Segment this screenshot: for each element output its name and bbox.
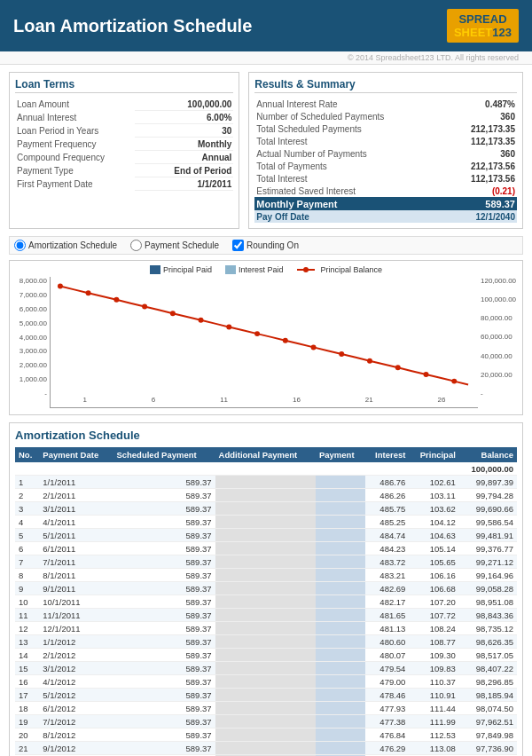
amort-row: 13 1/1/2012 589.37 480.60 108.77 98,626.… [15,635,517,649]
loan-term-row: Annual Interest6.00% [15,111,233,124]
row-scheduled: 589.37 [113,635,215,649]
amort-schedule-option[interactable]: Amortization Schedule [14,240,117,251]
row-scheduled: 589.37 [113,662,215,675]
x-axis-label: 1 [82,396,86,405]
row-interest: 481.65 [365,609,410,622]
options-row: Amortization Schedule Payment Schedule R… [9,236,523,255]
row-balance: 97,849.98 [459,728,517,742]
x-axis-label: 16 [293,396,301,405]
row-date: 3/1/2012 [39,662,113,675]
amort-row: 16 4/1/2012 589.37 479.00 110.37 98,296.… [15,675,517,689]
row-payment [316,728,365,742]
payment-radio[interactable] [130,240,142,251]
row-interest: 482.17 [365,595,410,609]
row-additional [215,622,316,635]
legend-balance-icon [297,265,318,274]
result-value: 589.37 [418,197,517,210]
row-scheduled: 589.37 [113,489,215,502]
row-additional [215,715,316,728]
row-no: 5 [15,529,39,542]
row-date: 1/1/2011 [39,476,113,489]
row-scheduled: 589.37 [113,742,215,755]
result-label: Estimated Saved Interest [254,185,417,197]
chart-legend: Principal Paid Interest Paid Principal B… [14,265,518,274]
amort-row: 6 6/1/2011 589.37 484.23 105.14 99,376.7… [15,542,517,555]
row-additional [215,489,316,502]
rounding-label: Rounding On [246,240,299,250]
amort-row: 12 12/1/2011 589.37 481.13 108.24 98,735… [15,622,517,635]
legend-interest-paid: Interest Paid [225,265,284,274]
row-principal: 104.12 [409,516,458,529]
row-payment [316,635,365,649]
result-value: 112,173.56 [418,172,517,185]
row-scheduled: 589.37 [113,715,215,728]
row-payment [316,609,365,622]
row-additional [215,569,316,582]
row-no: 9 [15,582,39,595]
row-additional [215,555,316,569]
row-principal: 102.61 [409,476,458,489]
row-principal: 103.62 [409,502,458,516]
row-principal: 108.77 [409,635,458,649]
amort-row: 20 8/1/2012 589.37 476.84 112.53 97,849.… [15,728,517,742]
main-content: Loan Terms Loan Amount100,000.00Annual I… [0,65,532,756]
row-principal: 111.99 [409,715,458,728]
amort-radio[interactable] [14,240,26,251]
summary-panels: Loan Terms Loan Amount100,000.00Annual I… [9,72,523,229]
row-principal: 110.91 [409,689,458,702]
row-no: 20 [15,728,39,742]
x-axis-label: 11 [220,396,228,405]
row-date: 2/1/2011 [39,489,113,502]
row-interest: 477.38 [365,715,410,728]
y-right-label: 20,000.00 [481,371,512,379]
row-scheduled: 589.37 [113,582,215,595]
row-scheduled: 589.37 [113,516,215,529]
result-row: Monthly Payment589.37 [254,197,517,210]
row-scheduled: 589.37 [113,476,215,489]
logo: SPREAD SHEET123 [447,9,519,43]
row-balance: 99,586.54 [459,516,517,529]
row-balance: 98,296.85 [459,675,517,689]
loan-terms-panel: Loan Terms Loan Amount100,000.00Annual I… [9,72,239,229]
row-scheduled: 589.37 [113,555,215,569]
result-label: Annual Interest Rate [254,98,417,110]
result-label: Total Interest [254,172,417,185]
result-label: Pay Off Date [254,210,417,223]
result-label: Monthly Payment [254,197,417,210]
row-principal: 108.24 [409,622,458,635]
row-interest: 483.21 [365,569,410,582]
row-scheduled: 589.37 [113,609,215,622]
payment-schedule-option[interactable]: Payment Schedule [130,240,219,251]
amort-section: Amortization Schedule No.Payment DateSch… [9,422,523,756]
row-payment [316,516,365,529]
row-scheduled: 589.37 [113,649,215,662]
amort-header-interest: Interest [365,447,410,462]
result-row: Estimated Saved Interest(0.21) [254,185,517,197]
row-payment [316,502,365,516]
rounding-checkbox[interactable] [232,240,244,251]
row-date: 12/1/2011 [39,622,113,635]
row-date: 8/1/2012 [39,728,113,742]
amort-schedule-label: Amortization Schedule [28,240,117,250]
row-no: 13 [15,635,39,649]
row-additional [215,702,316,715]
row-scheduled: 589.37 [113,595,215,609]
y-left-label: - [44,390,47,398]
bars-container [51,277,478,394]
row-no: 12 [15,622,39,635]
rounding-option[interactable]: Rounding On [232,240,299,251]
row-date: 9/1/2011 [39,582,113,595]
amort-row: 1 1/1/2011 589.37 486.76 102.61 99,897.3… [15,476,517,489]
y-left-label: 8,000.00 [20,277,47,285]
row-no: 8 [15,569,39,582]
loan-terms-table: Loan Amount100,000.00Annual Interest6.00… [15,98,233,191]
row-date: 6/1/2011 [39,542,113,555]
y-right-label: 40,000.00 [481,352,512,360]
row-balance: 98,843.36 [459,609,517,622]
result-label: Total Scheduled Payments [254,122,417,135]
row-principal: 105.14 [409,542,458,555]
result-row: Pay Off Date12/1/2040 [254,210,517,223]
row-no: 16 [15,675,39,689]
term-label: Compound Frequency [15,151,135,164]
row-scheduled: 589.37 [113,502,215,516]
